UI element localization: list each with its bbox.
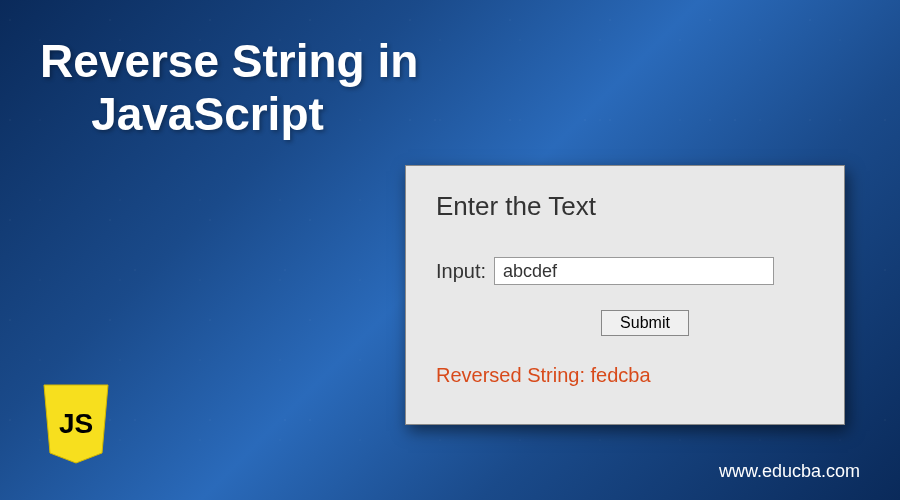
form-panel: Enter the Text Input: Submit Reversed St…	[405, 165, 845, 425]
title-line-1: Reverse String in	[40, 35, 418, 87]
website-url: www.educba.com	[719, 461, 860, 482]
output-label: Reversed String:	[436, 364, 585, 386]
submit-button[interactable]: Submit	[601, 310, 689, 336]
js-logo-icon: JS	[40, 383, 112, 465]
page-title: Reverse String in JavaScript	[40, 35, 418, 141]
output-row: Reversed String: fedcba	[436, 364, 814, 387]
title-line-2: JavaScript	[91, 88, 324, 140]
submit-row: Submit	[436, 310, 814, 336]
output-value: fedcba	[591, 364, 651, 386]
text-input[interactable]	[494, 257, 774, 285]
logo-text: JS	[59, 408, 93, 439]
input-row: Input:	[436, 257, 814, 285]
shield-icon: JS	[40, 383, 112, 465]
input-label: Input:	[436, 260, 486, 283]
form-header: Enter the Text	[436, 191, 814, 222]
